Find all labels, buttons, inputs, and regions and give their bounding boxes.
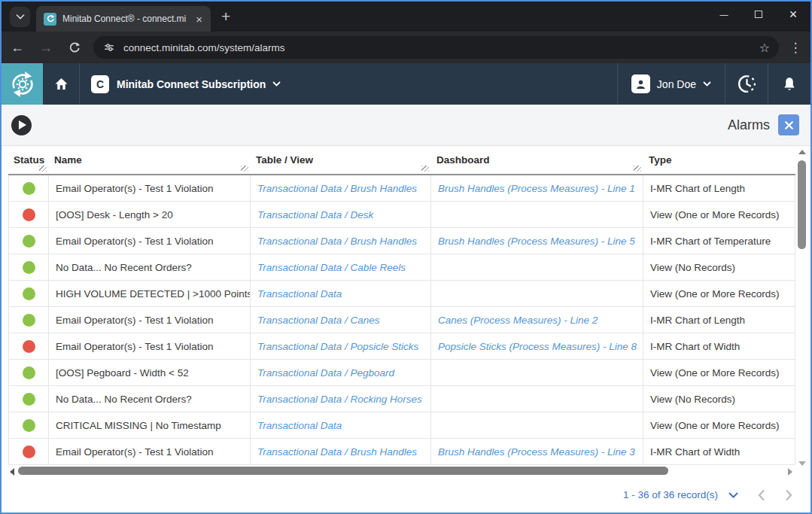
browser-tab[interactable]: Minitab Connect® - connect.mi ×	[36, 6, 211, 32]
back-button[interactable]: ←	[5, 35, 30, 60]
cell-dashboard[interactable]: Brush Handles (Process Measures) - Line …	[431, 228, 643, 254]
address-bar[interactable]: connect.minitab.com/system/alarms ☆	[93, 36, 779, 59]
vertical-scrollbar-thumb[interactable]	[798, 160, 806, 249]
cell-dashboard[interactable]	[431, 360, 643, 385]
table-row[interactable]: No Data... No Recent Orders? Transaction…	[8, 254, 795, 281]
table-row[interactable]: Email Operator(s) - Test 1 Violation Tra…	[8, 439, 795, 465]
cell-dashboard[interactable]	[431, 386, 643, 412]
column-resize-handle[interactable]	[241, 166, 248, 172]
browser-tab-strip: Minitab Connect® - connect.mi × + — ☐ ×	[2, 2, 810, 32]
horizontal-scrollbar[interactable]	[8, 465, 795, 477]
cell-table-view[interactable]: Transactional Data / Popsicle Sticks	[251, 333, 431, 359]
play-icon	[19, 120, 26, 129]
close-panel-button[interactable]	[778, 114, 799, 135]
cell-name: Email Operator(s) - Test 1 Violation	[49, 228, 251, 254]
cell-table-view[interactable]: Transactional Data	[251, 412, 431, 438]
cell-table-view[interactable]: Transactional Data / Cable Reels	[251, 254, 431, 280]
cell-dashboard[interactable]	[431, 412, 643, 438]
cell-dashboard[interactable]	[431, 254, 643, 280]
close-button[interactable]: ×	[776, 2, 810, 27]
recent-activity-button[interactable]	[725, 63, 768, 105]
url-text[interactable]: connect.minitab.com/system/alarms	[123, 42, 759, 53]
table-row[interactable]: Email Operator(s) - Test 1 Violation Tra…	[8, 307, 795, 333]
column-header-type[interactable]: Type	[643, 146, 795, 174]
browser-menu-icon[interactable]: ⋮	[785, 40, 806, 56]
cell-table-view[interactable]: Transactional Data / Canes	[251, 307, 431, 333]
table-row[interactable]: Email Operator(s) - Test 1 Violation Tra…	[8, 333, 795, 360]
reload-icon	[68, 41, 81, 53]
table-row[interactable]: CRITICAL MISSING | No Timestamp Transact…	[8, 412, 795, 439]
column-resize-handle[interactable]	[39, 166, 47, 172]
cell-name: [OOS] Desk - Length > 20	[49, 202, 251, 227]
vertical-scrollbar[interactable]	[797, 148, 807, 467]
scroll-down-icon[interactable]	[798, 461, 806, 466]
column-resize-handle[interactable]	[634, 166, 641, 172]
cell-dashboard[interactable]: Brush Handles (Process Measures) - Line …	[431, 175, 643, 201]
window-controls: — ☐ ×	[707, 2, 810, 27]
status-cell	[8, 439, 49, 464]
status-dot	[23, 314, 35, 327]
status-cell	[8, 307, 49, 333]
cell-dashboard[interactable]: Brush Handles (Process Measures) - Line …	[431, 439, 643, 464]
scroll-left-icon[interactable]	[10, 468, 14, 476]
cell-dashboard[interactable]	[431, 202, 643, 227]
new-tab-button[interactable]: +	[221, 8, 230, 26]
cell-table-view[interactable]: Transactional Data / Rocking Horses	[251, 386, 431, 412]
site-settings-icon[interactable]	[102, 41, 116, 54]
bookmark-star-icon[interactable]: ☆	[759, 41, 770, 55]
record-count-label[interactable]: 1 - 36 of 36 record(s)	[623, 489, 718, 500]
column-header-status[interactable]: Status	[8, 146, 49, 174]
cell-dashboard[interactable]: Canes (Process Measures) - Line 2	[431, 307, 643, 333]
home-button[interactable]	[43, 63, 79, 105]
status-dot	[23, 419, 35, 432]
bell-icon	[781, 76, 798, 93]
cell-table-view[interactable]: Transactional Data / Pegboard	[251, 360, 431, 385]
cell-table-view[interactable]: Transactional Data / Brush Handles	[251, 175, 431, 201]
cell-type: View (One or More Records)	[643, 202, 795, 227]
horizontal-scrollbar-thumb[interactable]	[18, 467, 668, 475]
status-cell	[8, 175, 49, 201]
cell-name: Email Operator(s) - Test 1 Violation	[49, 307, 251, 333]
cell-dashboard[interactable]: Popsicle Sticks (Process Measures) - Lin…	[431, 333, 643, 359]
page-size-dropdown[interactable]	[728, 492, 738, 498]
forward-button[interactable]: →	[33, 35, 59, 60]
status-dot	[23, 287, 35, 300]
chevron-down-icon	[703, 81, 711, 87]
cell-name: Email Operator(s) - Test 1 Violation	[49, 333, 251, 359]
minitab-connect-logo-icon[interactable]	[2, 63, 43, 105]
status-dot	[23, 182, 35, 195]
column-resize-handle[interactable]	[421, 166, 429, 172]
next-page-button[interactable]	[785, 489, 792, 501]
column-header-table-view[interactable]: Table / View	[251, 146, 431, 174]
minitab-favicon-icon	[44, 13, 56, 26]
cell-table-view[interactable]: Transactional Data / Brush Handles	[251, 439, 431, 464]
cell-table-view[interactable]: Transactional Data / Desk	[251, 202, 431, 227]
reload-button[interactable]	[62, 35, 87, 60]
subscription-selector[interactable]: C Minitab Connect Subscription	[80, 75, 281, 93]
scroll-right-icon[interactable]	[788, 468, 792, 476]
table-row[interactable]: No Data... No Recent Orders? Transaction…	[8, 386, 795, 412]
cell-name: Email Operator(s) - Test 1 Violation	[49, 439, 251, 464]
table-row[interactable]: [OOS] Pegboard - Width < 52 Transactiona…	[8, 360, 795, 386]
table-row[interactable]: HIGH VOLUME DETECTED | >1000 Points Tran…	[8, 281, 795, 307]
table-row[interactable]: [OOS] Desk - Length > 20 Transactional D…	[8, 202, 795, 228]
table-row[interactable]: Email Operator(s) - Test 1 Violation Tra…	[8, 175, 795, 202]
scroll-up-icon[interactable]	[798, 150, 806, 154]
previous-page-button[interactable]	[758, 489, 765, 501]
header-right: Jon Doe	[617, 63, 810, 105]
notifications-button[interactable]	[768, 63, 810, 105]
cell-table-view[interactable]: Transactional Data / Brush Handles	[251, 228, 431, 254]
minimize-button[interactable]: —	[707, 2, 741, 27]
tab-search-button[interactable]	[10, 7, 30, 27]
column-header-dashboard[interactable]: Dashboard	[431, 146, 643, 174]
app-header: C Minitab Connect Subscription Jon Doe	[2, 63, 810, 105]
table-row[interactable]: Email Operator(s) - Test 1 Violation Tra…	[8, 228, 795, 254]
maximize-button[interactable]: ☐	[741, 2, 776, 27]
column-header-name[interactable]: Name	[49, 146, 251, 174]
status-cell	[8, 202, 49, 227]
user-menu[interactable]: Jon Doe	[618, 63, 725, 105]
cell-table-view[interactable]: Transactional Data	[251, 281, 431, 306]
run-button[interactable]	[11, 115, 32, 135]
cell-dashboard[interactable]	[431, 281, 643, 306]
tab-close-icon[interactable]: ×	[193, 13, 205, 26]
